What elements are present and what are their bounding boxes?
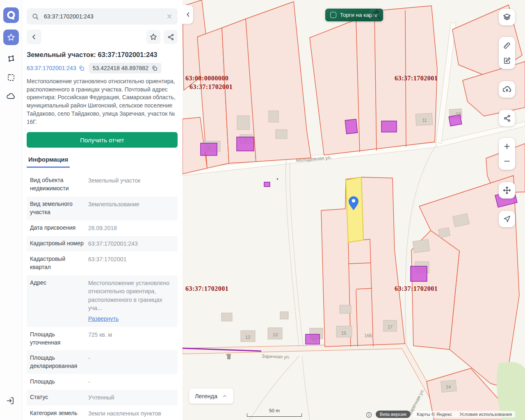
cadastral-quarter-label: 63:00:0000000 (185, 75, 228, 82)
select-area-tool-button[interactable] (4, 71, 18, 84)
yandex-maps-link[interactable]: Карты © Яндекс (417, 412, 452, 417)
info-row-label: Площадь уточненная (30, 331, 84, 347)
building (413, 239, 430, 253)
info-row-label: Вид земельного участка (30, 200, 84, 217)
utility-marker (226, 354, 231, 359)
cadastral-number-link[interactable]: 63:37:1702001:243 (27, 65, 85, 71)
info-row-label: Кадастровый квартал (30, 255, 84, 272)
info-row: Вид объекта недвижимостиЗемельный участо… (27, 173, 178, 196)
move-icon (502, 186, 511, 195)
exit-button[interactable] (3, 394, 17, 408)
tab-information[interactable]: Информация (27, 156, 70, 168)
selected-parcel[interactable] (346, 177, 363, 242)
building-number: 9 (207, 145, 210, 150)
cloud-upload-icon (502, 84, 512, 94)
upload-button[interactable] (499, 81, 515, 98)
search-bar[interactable] (27, 8, 178, 25)
plus-icon (503, 142, 511, 151)
ruler-icon (502, 41, 511, 50)
info-row-value: Местоположение установлено относительно … (88, 279, 174, 323)
info-row-value: - (88, 354, 174, 370)
building (237, 116, 249, 130)
copy-icon[interactable] (151, 65, 158, 71)
auctions-checkbox[interactable] (330, 12, 336, 18)
building-number: 15 (341, 331, 346, 336)
building (276, 130, 287, 139)
scale-bar: 50 m (247, 408, 302, 417)
info-row-label: Статус (30, 393, 84, 402)
copy-icon[interactable] (78, 65, 85, 71)
legend-button[interactable]: Легенда (189, 388, 233, 404)
layers-icon (502, 13, 511, 22)
page-title: Земельный участок: 63:37:1702001:243 (27, 51, 178, 59)
scale-label: 50 m (247, 408, 302, 413)
info-row-value: Земли населенных пунктов (88, 409, 174, 418)
tab-bar: Информация (27, 156, 178, 168)
share-object-button[interactable] (164, 30, 178, 44)
info-row-label: Площадь декларированная (30, 354, 84, 370)
info-row: СтатусУчтенный (27, 390, 178, 405)
terms-of-use-link[interactable]: Условия использования (459, 412, 512, 417)
info-row: Дата присвоения28.09.2018 (27, 220, 178, 236)
info-row-label: Адрес (30, 279, 84, 323)
building-highlighted (381, 121, 397, 132)
info-row-value: Земельный участок (88, 176, 174, 193)
zoom-out-button[interactable] (499, 154, 515, 169)
auctions-toggle-button[interactable]: Торги на карте (325, 9, 383, 21)
app-logo[interactable] (3, 7, 19, 23)
info-row-value: 725 кв. м (88, 331, 174, 347)
chevron-left-icon (30, 33, 38, 41)
info-row-value: 28.09.2018 (88, 224, 174, 232)
back-button[interactable] (27, 30, 41, 44)
exit-icon (5, 396, 15, 406)
object-description: Местоположение установлено относительно … (27, 78, 178, 126)
info-row-label: Категория земель (30, 409, 84, 418)
clear-search-icon[interactable] (166, 13, 173, 20)
search-input[interactable] (43, 13, 162, 20)
building-number: 16Б (364, 333, 372, 338)
cadastral-quarter-label: 63:37:1702001 (395, 75, 438, 82)
info-row-value: - (88, 378, 174, 386)
building-number: 11 (422, 118, 427, 123)
app-window: Земельный участок: 63:37:1702001:243 63:… (0, 0, 525, 420)
badge-row: 63:37:1702001:243 53.422418 48.897882 (27, 63, 178, 73)
locate-button[interactable] (499, 211, 515, 227)
pan-button[interactable] (499, 182, 515, 199)
app-logo-icon (3, 7, 19, 23)
ruler-button[interactable] (499, 38, 515, 53)
draw-tools-group (499, 37, 515, 69)
favorite-object-button[interactable] (146, 30, 160, 44)
info-button[interactable] (365, 411, 372, 418)
building-number: 13 (273, 332, 278, 337)
star-outline-icon (149, 33, 158, 41)
cadastral-quarter-label: 63:37:1702001 (395, 285, 438, 292)
navigation-arrow-icon (503, 215, 511, 223)
building-number: 17 (388, 324, 393, 329)
chevron-up-icon (222, 393, 228, 399)
share-map-button[interactable] (499, 110, 515, 126)
object-panel: Земельный участок: 63:37:1702001:243 63:… (22, 0, 183, 420)
cadastral-quarter-label: 63:37:1702001 (185, 285, 228, 292)
coordinates-badge[interactable]: 53.422418 48.897882 (89, 63, 162, 73)
info-row-label: Вид объекта недвижимости (30, 176, 84, 193)
map-dot (277, 178, 278, 180)
info-row: Вид земельного участкаЗемлепользование (27, 196, 178, 220)
edit-button[interactable] (499, 53, 515, 68)
building-number: 7 (244, 139, 247, 144)
get-report-button[interactable]: Получить отчет (27, 132, 178, 148)
expand-address-link[interactable]: Развернуть (88, 315, 119, 323)
cloud-tool-button[interactable] (4, 89, 18, 103)
favorites-button[interactable] (3, 30, 19, 45)
zoom-in-button[interactable] (499, 139, 515, 154)
cloud-icon (6, 91, 16, 102)
collapse-panel-button[interactable] (183, 5, 193, 24)
layers-button[interactable] (499, 9, 515, 25)
share-icon (167, 33, 175, 41)
polygon-tool-button[interactable] (4, 52, 18, 66)
star-icon (7, 33, 16, 42)
chevron-left-icon (185, 11, 191, 18)
info-row-value: 63:37:1702001:243 (88, 240, 174, 248)
panel-nav-row (27, 30, 178, 44)
cadastral-quarter-label: 63:37:1702001 (189, 83, 233, 90)
map-canvas[interactable]: 63:00:000000063:37:170200163:37:17020016… (183, 0, 525, 420)
